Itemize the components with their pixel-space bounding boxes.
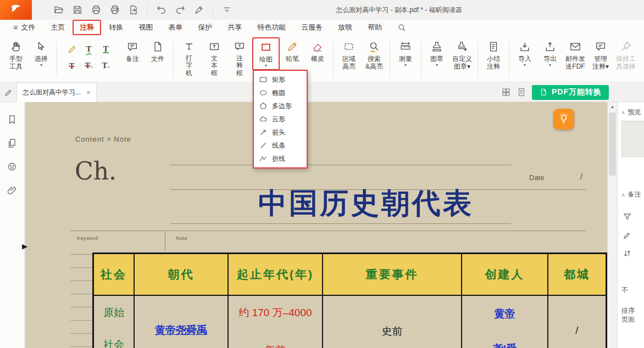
select-tool-button[interactable]: 选择 ▾ (29, 37, 54, 69)
save-icon[interactable] (71, 4, 84, 16)
note-edit-icon[interactable] (623, 231, 632, 240)
document-heading: 中国历史朝代表 (190, 184, 542, 223)
menu-file[interactable]: ≡ 文件 (5, 21, 43, 33)
tab-features[interactable]: 特色功能 (249, 21, 293, 33)
tab-home[interactable]: 主页 (43, 21, 73, 33)
measure-button[interactable]: 测量 ▾ (393, 37, 418, 69)
bookmark-panel-icon[interactable] (7, 114, 18, 125)
menu-item-arrow[interactable]: 箭头 (254, 126, 307, 139)
menu-item-polygon[interactable]: 多边形 (254, 99, 307, 113)
menu-item-polyline[interactable]: 折线 (254, 152, 307, 165)
tab-convert[interactable]: 转换 (101, 21, 131, 33)
tab-slideshow[interactable]: 放映 (330, 21, 360, 33)
typewriter-button[interactable]: 打字机 (176, 37, 202, 78)
page-view-icon[interactable] (517, 87, 526, 97)
custom-stamp-button[interactable]: 自定义 图章▾ (449, 37, 475, 71)
pencil-button[interactable]: 铅笔 (280, 37, 305, 64)
ruled-stub (70, 333, 92, 334)
open-folder-icon[interactable] (53, 4, 65, 16)
manage-comments-button[interactable]: 管理 注释▾ (588, 37, 613, 71)
textbox-button[interactable]: 文本框 (202, 37, 227, 78)
tab-protect[interactable]: 保护 (190, 21, 220, 33)
header-dynasty: 朝代 (135, 254, 229, 295)
foxit-logo[interactable] (0, 0, 32, 20)
undo-icon[interactable] (156, 4, 168, 16)
menu-item-rectangle[interactable]: 矩形 (254, 73, 307, 86)
comment-panel-icon[interactable] (7, 161, 18, 172)
underline-icon[interactable]: T (103, 45, 108, 53)
tab-help[interactable]: 帮助 (360, 21, 390, 33)
redo-icon[interactable] (174, 4, 186, 16)
customize-toolbar-icon[interactable] (221, 4, 233, 16)
drawing-button[interactable]: 绘图 ▾ 矩形 椭圆 多边形 云形 箭头 (252, 37, 280, 70)
keep-tool-selected-button[interactable]: 保持工 具选择 (613, 37, 639, 71)
replace-text-icon[interactable]: T^ (85, 61, 92, 71)
tab-cloud[interactable]: 云服务 (293, 21, 330, 33)
collapse-icon: ∧ (621, 110, 625, 115)
tab-share[interactable]: 共享 (220, 21, 249, 33)
summarize-comments-button[interactable]: 小结 注释 (481, 37, 506, 71)
chapter-label: Ch. (75, 157, 116, 185)
menu-item-line[interactable]: 线条 (254, 139, 307, 152)
email-fdf-button[interactable]: 邮件发 送FDF (563, 37, 588, 71)
vertical-scrollbar[interactable]: ▲ (607, 102, 617, 348)
main-area: Content > Note Ch. Date / 中国历史朝代表 Keywor… (0, 102, 644, 348)
close-icon[interactable]: × (86, 89, 91, 96)
preview-section-header[interactable]: ∧ 预览 (621, 108, 641, 117)
notes-section-header[interactable]: ∧ 备注 (621, 190, 641, 199)
sort-arrows-icon[interactable] (623, 249, 632, 259)
summary-doc-icon (487, 40, 499, 54)
menu-item-cloud[interactable]: 云形 (254, 113, 307, 126)
attach-file-button[interactable]: 文件 (145, 37, 170, 64)
header-society: 社会 (94, 254, 135, 295)
panel-text-page[interactable]: 页面 (621, 315, 635, 324)
scroll-up-button[interactable]: ▲ (608, 102, 617, 111)
attachment-panel-icon[interactable] (7, 185, 18, 196)
ribbon-search[interactable] (390, 21, 414, 33)
document-tab[interactable]: 怎么面对高中学习... × (16, 83, 97, 102)
stamp-icon (431, 40, 443, 54)
polyline-icon (259, 155, 267, 162)
area-highlight-button[interactable]: 区域 高亮 (336, 37, 362, 71)
annotate-pencil-icon[interactable] (0, 88, 16, 97)
ruled-stub (70, 254, 92, 255)
ruled-stub (70, 307, 92, 307)
hand-icon (10, 40, 22, 54)
strikeout-icon[interactable]: T (69, 62, 74, 70)
scrollbar-thumb[interactable] (609, 113, 616, 176)
highlight-icon[interactable] (67, 44, 77, 54)
eraser-button[interactable]: 橡皮 (305, 37, 330, 64)
panel-expand-handle[interactable]: ▶ (22, 243, 27, 250)
squiggly-underline-icon[interactable]: T (86, 45, 91, 53)
tab-form[interactable]: 表单 (160, 21, 190, 33)
dynasty-link[interactable]: 黄帝尧舜禹 (135, 323, 227, 338)
tab-view[interactable]: 视图 (131, 21, 160, 33)
note-button[interactable]: 备注 (120, 37, 145, 64)
panel-text-opacity[interactable]: 不 (621, 285, 628, 295)
export-document-icon[interactable] (127, 4, 140, 16)
filter-icon[interactable] (623, 212, 632, 222)
quick-print-icon[interactable] (109, 4, 121, 16)
tab-comment[interactable]: 注释 (73, 20, 101, 35)
search-highlight-button[interactable]: 搜索 &高亮 (362, 37, 387, 71)
callout-button[interactable]: 注释框 (227, 37, 252, 78)
export-comments-button[interactable]: 导出 ▾ (537, 37, 563, 69)
print-icon[interactable] (90, 4, 102, 16)
founder-link-2[interactable]: 尧|舜 (462, 342, 547, 348)
manage-comments-icon (595, 40, 607, 54)
sign-tool-icon[interactable] (193, 4, 205, 16)
thumbnail-grid-icon[interactable] (501, 87, 511, 97)
pin-icon (620, 40, 632, 54)
pdf-converter-banner[interactable]: PDF万能转换 (532, 85, 609, 100)
menu-item-ellipse[interactable]: 椭圆 (254, 86, 307, 99)
insert-text-icon[interactable]: T^ (102, 61, 109, 71)
founder-link[interactable]: 黄帝 (462, 307, 547, 321)
pdf-page[interactable]: Content > Note Ch. Date / 中国历史朝代表 Keywor… (25, 102, 607, 348)
pages-panel-icon[interactable] (7, 138, 18, 149)
panel-text-sort[interactable]: 排序 (621, 306, 635, 316)
drawing-dropdown-menu: 矩形 椭圆 多边形 云形 箭头 线条 (253, 70, 308, 169)
tip-lightbulb-button[interactable] (553, 109, 574, 130)
import-comments-button[interactable]: 导入 ▾ (512, 37, 537, 69)
stamp-button[interactable]: 图章 ▾ (424, 37, 449, 69)
hand-tool-button[interactable]: 手型 工具 (3, 37, 29, 71)
